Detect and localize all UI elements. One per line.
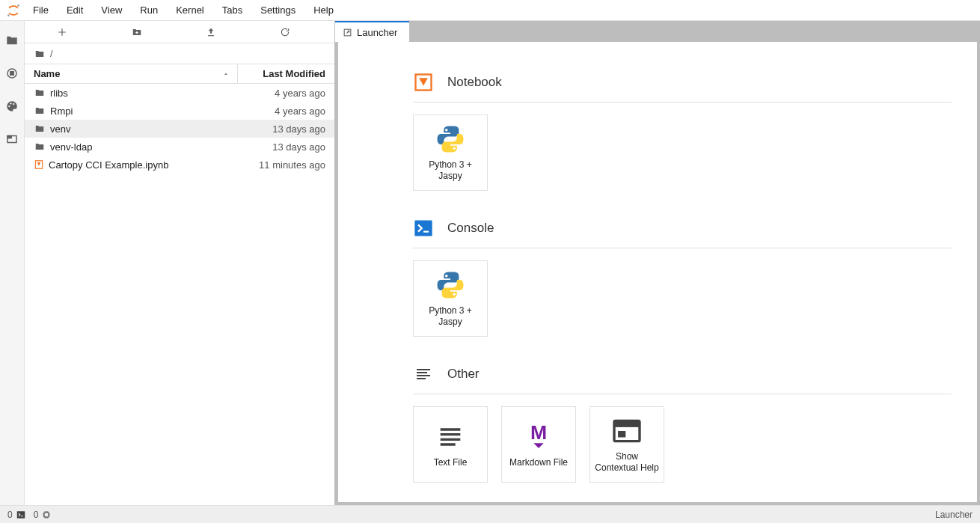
new-launcher-button[interactable] — [57, 27, 79, 37]
file-modified: 13 days ago — [237, 123, 325, 135]
svg-rect-23 — [44, 513, 49, 517]
svg-rect-15 — [414, 221, 432, 236]
svg-point-16 — [445, 275, 448, 278]
file-modified: 4 years ago — [237, 88, 325, 99]
status-terminals[interactable]: 0 — [7, 510, 26, 520]
col-modified-header[interactable]: Last Modified — [237, 64, 334, 83]
sort-asc-icon — [222, 70, 230, 78]
svg-rect-21 — [618, 431, 625, 438]
menu-view[interactable]: View — [92, 0, 131, 21]
card-label: Python 3 + Jaspy — [418, 305, 483, 328]
running-icon[interactable] — [4, 66, 19, 81]
menu-edit[interactable]: Edit — [58, 0, 92, 21]
file-modified: 11 minutes ago — [237, 159, 325, 171]
svg-point-0 — [17, 4, 19, 7]
file-name: Rmpi — [50, 105, 73, 117]
menu-file[interactable]: File — [24, 0, 58, 21]
main-area: / Name Last Modified rlibs4 years agoRmp… — [0, 21, 980, 505]
file-toolbar — [25, 21, 334, 43]
file-browser: / Name Last Modified rlibs4 years agoRmp… — [25, 21, 335, 505]
file-name: rlibs — [50, 88, 68, 99]
tab-launcher[interactable]: Launcher — [335, 21, 409, 42]
file-modified: 13 days ago — [237, 141, 325, 153]
section-title: Other — [447, 367, 480, 382]
markdown-icon: M — [523, 421, 554, 453]
card-label: Text File — [434, 457, 468, 468]
tabs-icon[interactable] — [4, 132, 19, 147]
menu-kernel[interactable]: Kernel — [167, 0, 213, 21]
folder-icon — [34, 123, 46, 134]
breadcrumb-path: / — [50, 48, 53, 59]
status-context: Launcher — [935, 510, 973, 520]
breadcrumb[interactable]: / — [25, 43, 334, 64]
section-notebook: NotebookPython 3 + Jaspy — [413, 72, 952, 191]
launcher: NotebookPython 3 + JaspyConsolePython 3 … — [338, 42, 977, 502]
console-section-icon — [413, 218, 434, 239]
card-python[interactable]: Python 3 + Jaspy — [413, 114, 488, 191]
file-row[interactable]: venv13 days ago — [25, 120, 334, 138]
svg-rect-20 — [614, 420, 640, 427]
text-icon — [435, 421, 466, 453]
card-text[interactable]: Text File — [413, 406, 488, 483]
jupyter-logo — [3, 0, 24, 21]
menu-settings[interactable]: Settings — [251, 0, 304, 21]
card-python[interactable]: Python 3 + Jaspy — [413, 260, 488, 337]
palette-icon[interactable] — [4, 99, 19, 114]
svg-point-5 — [10, 103, 11, 104]
file-row[interactable]: Cartopy CCI Example.ipynb11 minutes ago — [25, 156, 334, 174]
tab-bar: Launcher — [335, 21, 980, 42]
file-name: Cartopy CCI Example.ipynb — [49, 159, 168, 171]
section-other: OtherText FileMMarkdown FileShow Context… — [413, 364, 952, 483]
svg-point-1 — [7, 14, 10, 16]
file-name: venv — [50, 123, 70, 135]
menubar: FileEditViewRunKernelTabsSettingsHelp — [0, 0, 980, 21]
file-list-header: Name Last Modified — [25, 64, 334, 84]
svg-point-14 — [453, 147, 456, 150]
card-markdown[interactable]: MMarkdown File — [501, 406, 576, 483]
menu-run[interactable]: Run — [131, 0, 167, 21]
svg-point-4 — [8, 105, 10, 107]
card-help[interactable]: Show Contextual Help — [589, 406, 664, 483]
folder-icon — [34, 141, 46, 152]
folder-icon — [34, 105, 46, 116]
notebook-section-icon — [413, 72, 434, 93]
tab-title: Launcher — [357, 27, 397, 38]
svg-rect-3 — [10, 72, 14, 76]
new-folder-button[interactable] — [131, 27, 153, 37]
notebook-icon — [34, 159, 44, 170]
file-row[interactable]: Rmpi4 years ago — [25, 102, 334, 120]
folder-icon[interactable] — [4, 33, 19, 48]
refresh-button[interactable] — [280, 27, 302, 37]
other-section-icon — [413, 364, 434, 385]
svg-text:M: M — [530, 422, 547, 444]
file-row[interactable]: venv-ldap13 days ago — [25, 138, 334, 156]
python-icon — [435, 123, 466, 155]
svg-point-13 — [445, 129, 448, 132]
card-label: Python 3 + Jaspy — [418, 159, 483, 182]
file-row[interactable]: rlibs4 years ago — [25, 84, 334, 102]
menu-help[interactable]: Help — [304, 0, 343, 21]
svg-point-6 — [13, 103, 14, 105]
svg-rect-22 — [16, 511, 25, 518]
activity-rail — [0, 21, 25, 505]
status-bar: 0 0 Launcher — [0, 505, 980, 523]
main-dock-panel: Launcher NotebookPython 3 + JaspyConsole… — [335, 21, 980, 505]
svg-rect-8 — [7, 136, 11, 138]
section-console: ConsolePython 3 + Jaspy — [413, 218, 952, 337]
folder-icon — [34, 88, 46, 98]
section-title: Notebook — [447, 75, 502, 90]
section-title: Console — [447, 221, 494, 236]
upload-button[interactable] — [206, 27, 228, 37]
svg-rect-9 — [208, 35, 214, 36]
python-icon — [435, 269, 466, 301]
card-label: Markdown File — [509, 457, 568, 468]
col-name-header[interactable]: Name — [25, 68, 237, 79]
file-modified: 4 years ago — [237, 105, 325, 117]
kernel-icon — [41, 510, 52, 520]
folder-icon — [34, 49, 46, 59]
terminal-icon — [16, 510, 26, 520]
file-list: rlibs4 years agoRmpi4 years agovenv13 da… — [25, 84, 334, 505]
status-kernels[interactable]: 0 — [34, 510, 52, 520]
svg-point-17 — [453, 293, 456, 296]
menu-tabs[interactable]: Tabs — [213, 0, 251, 21]
